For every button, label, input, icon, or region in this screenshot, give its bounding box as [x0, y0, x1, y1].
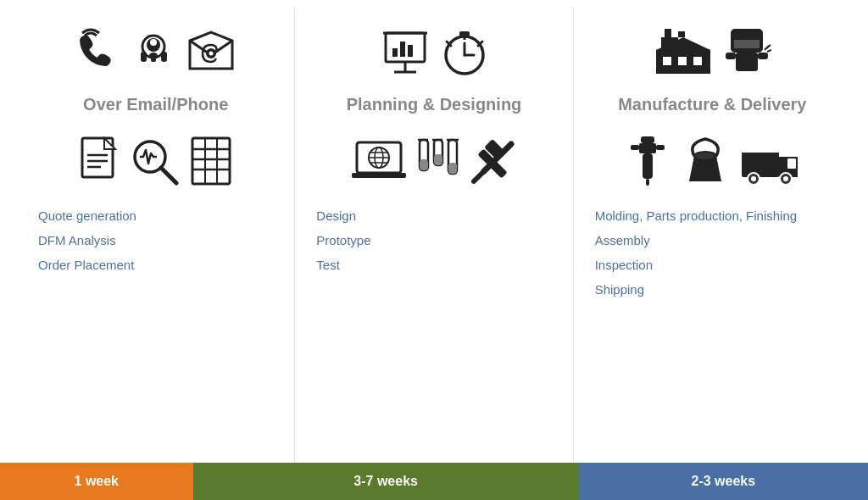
drill-icon — [624, 135, 670, 187]
svg-rect-60 — [665, 29, 671, 37]
list-item-shipping: Shipping — [595, 282, 838, 297]
paint-bucket-icon — [679, 135, 732, 187]
svg-line-16 — [161, 168, 176, 183]
svg-point-5 — [149, 53, 158, 58]
icons-row-bottom-1 — [80, 127, 232, 195]
column-planning: Planning & Designing — [295, 8, 573, 463]
svg-rect-73 — [641, 136, 654, 143]
svg-rect-74 — [639, 143, 656, 153]
timeline-bar: 1 week 3-7 weeks 2-3 weeks — [0, 463, 868, 500]
svg-rect-6 — [151, 58, 156, 62]
analysis-icon — [129, 136, 181, 186]
list-item-assembly: Assembly — [595, 233, 838, 247]
svg-point-87 — [783, 176, 788, 181]
svg-rect-1 — [141, 52, 147, 62]
column-manufacture: Manufacture & Delivery — [574, 8, 851, 463]
timeline-segment-2-3weeks: 2-3 weeks — [579, 463, 868, 500]
svg-rect-17 — [192, 138, 230, 184]
svg-rect-83 — [787, 158, 796, 169]
svg-rect-63 — [678, 57, 687, 65]
svg-rect-78 — [656, 145, 665, 150]
factory-icon — [653, 25, 714, 77]
document-icon — [80, 136, 120, 186]
list-item-prototype: Prototype — [316, 233, 559, 247]
svg-rect-77 — [631, 145, 639, 150]
svg-rect-48 — [434, 154, 442, 165]
svg-rect-28 — [400, 42, 405, 57]
list-item-design: Design — [316, 208, 559, 223]
svg-rect-68 — [726, 53, 736, 59]
email-icon — [186, 28, 236, 75]
list-item-quote: Quote generation — [38, 208, 281, 223]
svg-point-85 — [751, 176, 756, 181]
list-planning: Design Prototype Test — [308, 208, 559, 282]
icons-row-top-3 — [653, 17, 771, 85]
svg-rect-61 — [678, 31, 685, 37]
svg-point-9 — [209, 51, 213, 55]
icons-row-bottom-2 — [350, 127, 518, 195]
list-item-dfm: DFM Analysis — [38, 233, 281, 247]
title-email-phone: Over Email/Phone — [83, 93, 228, 115]
svg-rect-29 — [408, 45, 413, 57]
stopwatch-icon — [440, 25, 489, 77]
main-container: Over Email/Phone — [0, 0, 868, 500]
svg-line-71 — [767, 50, 771, 52]
timeline-segment-1week: 1 week — [0, 463, 193, 500]
list-email-phone: Quote generation DFM Analysis Order Plac… — [30, 208, 281, 282]
svg-point-4 — [150, 39, 157, 46]
icons-row-bottom-3 — [624, 127, 801, 195]
svg-rect-76 — [646, 179, 649, 186]
phone-icon — [75, 28, 122, 75]
title-planning: Planning & Designing — [347, 93, 522, 115]
list-item-molding: Molding, Parts production, Finishing — [595, 208, 838, 223]
svg-rect-47 — [420, 159, 428, 170]
spreadsheet-icon — [190, 136, 232, 186]
svg-rect-67 — [736, 53, 758, 71]
icons-row-top-2 — [379, 17, 489, 85]
svg-rect-38 — [352, 173, 406, 178]
svg-rect-66 — [734, 40, 760, 48]
presentation-icon — [379, 25, 431, 77]
list-item-order: Order Placement — [38, 258, 281, 272]
icons-row-top-1 — [75, 17, 236, 85]
column-email-phone: Over Email/Phone — [17, 8, 295, 463]
welder-icon — [722, 25, 771, 77]
list-item-test: Test — [316, 258, 559, 272]
list-item-inspection: Inspection — [595, 258, 838, 272]
title-manufacture: Manufacture & Delivery — [618, 93, 806, 115]
svg-rect-64 — [693, 57, 702, 65]
svg-rect-62 — [663, 57, 671, 65]
test-tubes-icon — [416, 136, 460, 186]
svg-rect-2 — [161, 52, 167, 62]
headset-icon — [131, 28, 177, 75]
svg-line-56 — [474, 168, 487, 181]
content-area: Over Email/Phone — [0, 0, 868, 463]
svg-rect-69 — [758, 53, 768, 59]
timeline-segment-3-7weeks: 3-7 weeks — [193, 463, 579, 500]
hammer-icon — [469, 136, 518, 186]
list-manufacture: Molding, Parts production, Finishing Ass… — [587, 208, 838, 307]
svg-rect-31 — [459, 31, 470, 36]
laptop-globe-icon — [350, 138, 408, 185]
truck-icon — [740, 138, 801, 185]
svg-rect-81 — [742, 153, 779, 177]
svg-rect-75 — [643, 153, 653, 179]
svg-rect-49 — [448, 163, 457, 174]
svg-rect-27 — [392, 48, 398, 57]
